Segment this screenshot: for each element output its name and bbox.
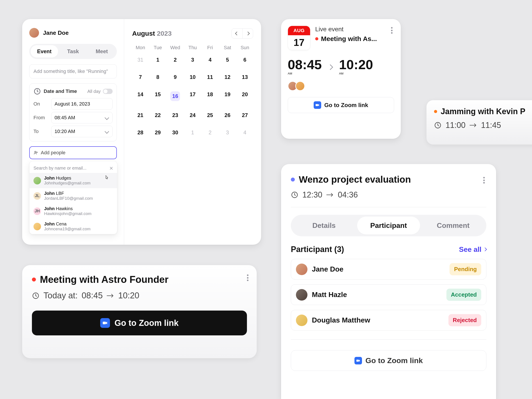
tab-details[interactable]: Details bbox=[293, 216, 355, 234]
calendar-day[interactable]: 15 bbox=[149, 89, 167, 103]
calendar-day[interactable]: 26 bbox=[219, 110, 236, 120]
calendar-day[interactable]: 16 bbox=[166, 89, 184, 103]
calendar-day[interactable]: 1 bbox=[149, 55, 167, 65]
tab-participant[interactable]: Participant bbox=[357, 216, 420, 234]
allday-toggle[interactable] bbox=[103, 89, 113, 94]
avatar bbox=[33, 223, 41, 230]
people-option[interactable]: JL John LBF JordanLBF10@gmail.com bbox=[30, 188, 117, 203]
detail-tabs: Details Participant Comment bbox=[291, 215, 486, 236]
calendar-day[interactable]: 2 bbox=[201, 127, 219, 138]
calendar-day[interactable]: 7 bbox=[132, 72, 149, 82]
strip-title: Jamming with Kevin P bbox=[441, 107, 525, 116]
calendar-day[interactable]: 19 bbox=[219, 89, 236, 103]
calendar-day[interactable]: 5 bbox=[219, 55, 236, 65]
people-search-placeholder[interactable]: Search by name or email... bbox=[33, 165, 86, 171]
tab-task[interactable]: Task bbox=[59, 45, 87, 58]
status-dot-icon bbox=[291, 177, 295, 182]
calendar-day[interactable]: 18 bbox=[201, 89, 219, 103]
people-email: JordanLBF10@gmail.com bbox=[44, 196, 93, 201]
mini-line1: Live event bbox=[315, 26, 377, 33]
clock-icon bbox=[33, 88, 41, 95]
zoom-link-button[interactable]: Go to Zoom link bbox=[288, 97, 394, 113]
calendar-day[interactable]: 24 bbox=[184, 110, 202, 120]
people-option[interactable]: John Cena Johncena19@gmail.com bbox=[30, 219, 117, 234]
calendar-title: August 2023 bbox=[132, 30, 171, 37]
calendar-day[interactable]: 17 bbox=[184, 89, 202, 103]
participant-row[interactable]: Matt Hazle Accepted bbox=[291, 284, 486, 305]
participant-row[interactable]: Douglas Matthew Rejected bbox=[291, 310, 486, 330]
add-people-input[interactable]: Add people bbox=[29, 146, 117, 159]
tab-comment[interactable]: Comment bbox=[422, 216, 485, 234]
calendar-day[interactable]: 21 bbox=[132, 110, 149, 120]
event-strip-card[interactable]: Jamming with Kevin P 11:00 11:45 bbox=[426, 100, 532, 145]
chevron-right-icon bbox=[246, 32, 250, 35]
kebab-menu-button[interactable] bbox=[245, 274, 250, 281]
close-icon[interactable] bbox=[109, 166, 113, 170]
clock-icon bbox=[291, 191, 298, 199]
kebab-menu-button[interactable] bbox=[481, 177, 486, 184]
see-all-link[interactable]: See all bbox=[459, 245, 486, 253]
zoom-link-button[interactable]: Go to Zoom link bbox=[32, 310, 247, 335]
meeting-from: 08:45 bbox=[82, 291, 103, 300]
calendar-day[interactable]: 13 bbox=[236, 72, 253, 82]
calendar-day[interactable]: 4 bbox=[236, 127, 253, 138]
calendar-day[interactable]: 20 bbox=[236, 89, 253, 103]
calendar-day[interactable]: 28 bbox=[132, 127, 149, 138]
calendar-day[interactable]: 25 bbox=[201, 110, 219, 120]
calendar-day[interactable]: 4 bbox=[201, 55, 219, 65]
calendar-day[interactable]: 23 bbox=[166, 110, 184, 120]
clock-icon bbox=[32, 292, 39, 299]
on-date-input[interactable]: August 16, 2023 bbox=[51, 98, 113, 110]
from-time-select[interactable]: 08:45 AM bbox=[51, 112, 113, 123]
avatar-initials: JL bbox=[33, 192, 41, 200]
calendar-day[interactable]: 6 bbox=[236, 55, 253, 65]
date-badge-day: 17 bbox=[288, 35, 310, 50]
tab-meet[interactable]: Meet bbox=[88, 45, 115, 58]
calendar-prev-button[interactable] bbox=[232, 29, 242, 38]
clock-icon bbox=[434, 121, 442, 129]
participant-row[interactable]: Jane Doe Pending bbox=[291, 259, 486, 279]
status-badge: Rejected bbox=[449, 314, 481, 326]
divider bbox=[291, 207, 486, 207]
zoom-link-label: Go to Zoom link bbox=[366, 356, 423, 365]
zoom-link-button[interactable]: Go to Zoom link bbox=[291, 350, 486, 371]
calendar-day[interactable]: 14 bbox=[132, 89, 149, 103]
calendar-day[interactable]: 11 bbox=[201, 72, 219, 82]
pointer-cursor-icon bbox=[104, 175, 109, 182]
to-time-select[interactable]: 10:20 AM bbox=[51, 126, 113, 137]
calendar-day[interactable]: 22 bbox=[149, 110, 167, 120]
zoom-link-label: Go to Zoom link bbox=[324, 102, 368, 109]
svg-rect-2 bbox=[316, 104, 318, 106]
detail-to: 04:36 bbox=[338, 190, 358, 200]
kebab-menu-button[interactable] bbox=[389, 27, 394, 34]
calendar-next-button[interactable] bbox=[242, 29, 253, 38]
calendar-day[interactable]: 9 bbox=[166, 72, 184, 82]
svg-rect-7 bbox=[356, 360, 359, 361]
allday-label: All day bbox=[87, 89, 101, 94]
meeting-to: 10:20 bbox=[118, 291, 139, 300]
chevron-down-icon bbox=[105, 115, 109, 120]
calendar-days-grid: 3112345678910111213141516171819202122232… bbox=[132, 55, 253, 138]
participants-heading: Participant (3) bbox=[291, 245, 344, 254]
calendar-day[interactable]: 29 bbox=[149, 127, 167, 138]
calendar-day[interactable]: 1 bbox=[184, 127, 202, 138]
mini-title: Live event Meeting with As... bbox=[315, 26, 377, 43]
title-input[interactable]: Add something title, like "Running" bbox=[29, 64, 117, 78]
calendar-day[interactable]: 3 bbox=[219, 127, 236, 138]
calendar-day[interactable]: 2 bbox=[166, 55, 184, 65]
calendar-day[interactable]: 3 bbox=[184, 55, 202, 65]
to-label: To bbox=[33, 129, 48, 134]
calendar-day[interactable]: 31 bbox=[132, 55, 149, 65]
people-option[interactable]: JH John Hawkins Hawkinsjohn@gmail.com bbox=[30, 203, 117, 219]
people-option[interactable]: John Hudges Johnhudges@gmail.com bbox=[30, 173, 117, 188]
calendar-day[interactable]: 12 bbox=[219, 72, 236, 82]
calendar-day[interactable]: 10 bbox=[184, 72, 202, 82]
from-time-value: 08:45 AM bbox=[55, 115, 75, 120]
tab-event[interactable]: Event bbox=[31, 45, 58, 58]
add-people-label: Add people bbox=[41, 150, 65, 156]
calendar-day[interactable]: 8 bbox=[149, 72, 167, 82]
calendar-day[interactable]: 27 bbox=[236, 110, 253, 120]
people-name: John Hudges bbox=[44, 176, 90, 181]
calendar-day[interactable]: 30 bbox=[166, 127, 184, 138]
strip-time: 11:00 11:45 bbox=[434, 120, 532, 130]
